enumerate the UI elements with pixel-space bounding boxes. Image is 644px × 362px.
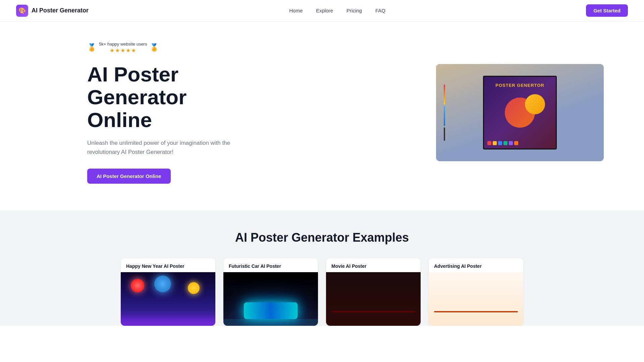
firework-3 bbox=[188, 282, 200, 294]
swatch-yellow bbox=[493, 141, 497, 145]
example-card-car: Futuristic Car AI Poster bbox=[223, 258, 318, 326]
movie-bar bbox=[331, 311, 415, 312]
pencil-3 bbox=[444, 127, 445, 141]
badge-users-count: 5k+ happy website users bbox=[99, 42, 147, 47]
card-image-new-year bbox=[121, 272, 215, 326]
star-rating: ★★★★★ bbox=[110, 47, 137, 54]
car-glow bbox=[244, 302, 298, 319]
firework-2 bbox=[154, 276, 171, 292]
nav-pricing[interactable]: Pricing bbox=[346, 8, 362, 13]
examples-title: AI Poster Generator Examples bbox=[16, 231, 628, 245]
nav-logo: 🎨 AI Poster Generator bbox=[16, 5, 89, 17]
hero-title: AI Poster Generator Online bbox=[87, 63, 241, 132]
logo-icon: 🎨 bbox=[16, 5, 28, 17]
poster-canvas-title: POSTER GENERTOR bbox=[484, 83, 556, 88]
poster-canvas: POSTER GENERTOR bbox=[483, 76, 557, 149]
ad-bar bbox=[434, 311, 518, 312]
card-title-car: Futuristic Car AI Poster bbox=[223, 258, 318, 272]
logo-emoji: 🎨 bbox=[18, 7, 26, 14]
card-image-movie bbox=[326, 272, 421, 326]
hero-left: 🏅 5k+ happy website users ★★★★★ 🏅 AI Pos… bbox=[87, 42, 241, 184]
card-title-new-year: Happy New Year AI Poster bbox=[121, 258, 215, 272]
example-card-advertising: Advertising AI Poster bbox=[429, 258, 523, 326]
card-title-advertising: Advertising AI Poster bbox=[429, 258, 523, 272]
tools-left bbox=[439, 64, 449, 161]
nav-home[interactable]: Home bbox=[289, 8, 303, 13]
hero-image-inner: POSTER GENERTOR bbox=[436, 64, 604, 161]
nav-faq[interactable]: FAQ bbox=[375, 8, 385, 13]
swatch-blue bbox=[498, 141, 502, 145]
firework-1 bbox=[131, 279, 144, 292]
hero-image: POSTER GENERTOR bbox=[436, 64, 604, 161]
example-card-new-year: Happy New Year AI Poster bbox=[121, 258, 215, 326]
swatch-green bbox=[503, 141, 507, 145]
example-card-movie: Movie AI Poster bbox=[326, 258, 421, 326]
navbar: 🎨 AI Poster Generator Home Explore Prici… bbox=[0, 0, 644, 21]
card-image-advertising bbox=[429, 272, 523, 326]
hero-right: POSTER GENERTOR bbox=[241, 64, 604, 161]
laurel-left: 🏅 bbox=[87, 43, 96, 52]
pencil-1 bbox=[444, 84, 445, 105]
firework-glow-base bbox=[121, 316, 215, 326]
color-swatches bbox=[487, 141, 552, 145]
badge-text: 5k+ happy website users ★★★★★ bbox=[99, 42, 147, 54]
laurel-right: 🏅 bbox=[150, 43, 159, 52]
hero-cta-button[interactable]: AI Poster Generator Online bbox=[87, 169, 171, 184]
get-started-button[interactable]: Get Started bbox=[586, 4, 628, 17]
nav-links: Home Explore Pricing FAQ bbox=[289, 8, 385, 13]
logo-text: AI Poster Generator bbox=[32, 7, 89, 14]
swatch-red bbox=[487, 141, 491, 145]
examples-section: AI Poster Generator Examples Happy New Y… bbox=[0, 210, 644, 326]
examples-grid: Happy New Year AI Poster Futuristic Car … bbox=[121, 258, 523, 326]
social-proof-badge: 🏅 5k+ happy website users ★★★★★ 🏅 bbox=[87, 42, 159, 54]
car-floor bbox=[223, 319, 318, 326]
poster-circles bbox=[505, 98, 535, 128]
card-image-car bbox=[223, 272, 318, 326]
card-title-movie: Movie AI Poster bbox=[326, 258, 421, 272]
swatch-orange bbox=[514, 141, 518, 145]
circle-yellow bbox=[525, 94, 545, 114]
hero-section: 🏅 5k+ happy website users ★★★★★ 🏅 AI Pos… bbox=[0, 21, 644, 210]
hero-subtitle: Unleash the unlimited power of your imag… bbox=[87, 138, 241, 157]
nav-explore[interactable]: Explore bbox=[316, 8, 333, 13]
pencil-2 bbox=[444, 106, 445, 126]
swatch-purple bbox=[509, 141, 513, 145]
